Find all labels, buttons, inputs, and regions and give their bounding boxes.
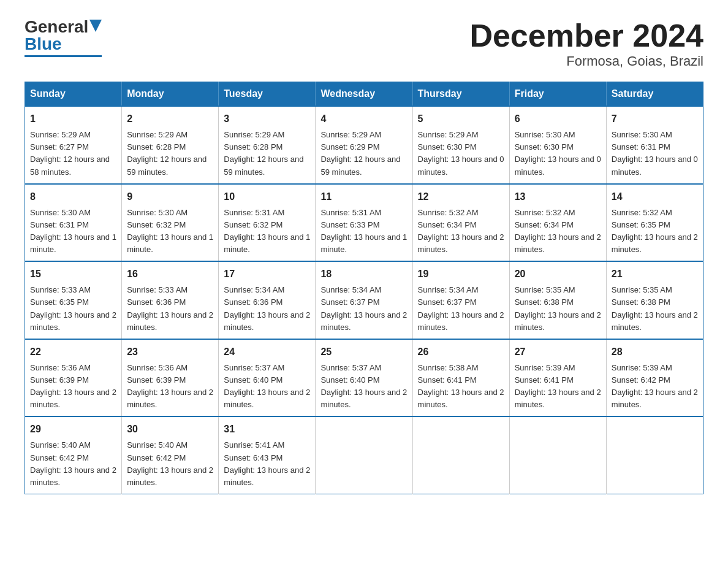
day-number: 27	[515, 345, 601, 359]
day-info: Sunrise: 5:30 AM Sunset: 6:32 PM Dayligh…	[127, 207, 213, 256]
day-number: 18	[320, 267, 407, 282]
calendar-day-cell: 20 Sunrise: 5:35 AM Sunset: 6:38 PM Dayl…	[509, 261, 606, 339]
day-number: 10	[224, 190, 310, 204]
day-number: 28	[612, 345, 698, 359]
calendar-day-cell: 21 Sunrise: 5:35 AM Sunset: 6:38 PM Dayl…	[606, 261, 703, 339]
calendar-day-cell	[509, 416, 606, 494]
calendar-day-cell: 15 Sunrise: 5:33 AM Sunset: 6:35 PM Dayl…	[25, 261, 122, 339]
calendar-day-cell: 16 Sunrise: 5:33 AM Sunset: 6:36 PM Dayl…	[122, 261, 219, 339]
calendar-day-cell: 9 Sunrise: 5:30 AM Sunset: 6:32 PM Dayli…	[122, 184, 219, 262]
calendar-day-cell: 13 Sunrise: 5:32 AM Sunset: 6:34 PM Dayl…	[509, 184, 606, 262]
day-info: Sunrise: 5:32 AM Sunset: 6:34 PM Dayligh…	[418, 207, 504, 256]
day-number: 5	[418, 112, 504, 126]
calendar-day-cell: 4 Sunrise: 5:29 AM Sunset: 6:29 PM Dayli…	[316, 106, 412, 184]
logo: General Blue	[25, 18, 102, 57]
day-number: 26	[418, 345, 504, 359]
calendar-day-cell: 1 Sunrise: 5:29 AM Sunset: 6:27 PM Dayli…	[25, 106, 122, 184]
calendar-day-cell: 29 Sunrise: 5:40 AM Sunset: 6:42 PM Dayl…	[25, 416, 122, 494]
day-number: 2	[127, 112, 213, 126]
day-info: Sunrise: 5:29 AM Sunset: 6:28 PM Dayligh…	[127, 129, 213, 178]
calendar-day-cell: 17 Sunrise: 5:34 AM Sunset: 6:36 PM Dayl…	[219, 261, 316, 339]
calendar-day-cell	[412, 416, 509, 494]
logo-blue-text: Blue	[25, 36, 62, 53]
col-friday: Friday	[509, 82, 606, 107]
day-number: 29	[30, 422, 116, 437]
day-info: Sunrise: 5:34 AM Sunset: 6:37 PM Dayligh…	[418, 284, 504, 334]
page-title: December 2024	[469, 18, 703, 53]
day-info: Sunrise: 5:34 AM Sunset: 6:36 PM Dayligh…	[224, 284, 310, 334]
calendar-day-cell: 31 Sunrise: 5:41 AM Sunset: 6:43 PM Dayl…	[219, 416, 316, 494]
day-number: 12	[418, 190, 504, 204]
calendar-day-cell: 2 Sunrise: 5:29 AM Sunset: 6:28 PM Dayli…	[122, 106, 219, 184]
day-info: Sunrise: 5:31 AM Sunset: 6:33 PM Dayligh…	[320, 207, 407, 256]
calendar-day-cell: 24 Sunrise: 5:37 AM Sunset: 6:40 PM Dayl…	[219, 339, 316, 417]
col-thursday: Thursday	[412, 82, 509, 107]
svg-marker-0	[89, 20, 102, 32]
calendar-day-cell	[316, 416, 412, 494]
calendar-day-cell: 18 Sunrise: 5:34 AM Sunset: 6:37 PM Dayl…	[316, 261, 412, 339]
calendar-day-cell: 12 Sunrise: 5:32 AM Sunset: 6:34 PM Dayl…	[412, 184, 509, 262]
day-number: 14	[612, 190, 698, 204]
day-info: Sunrise: 5:35 AM Sunset: 6:38 PM Dayligh…	[515, 284, 601, 334]
calendar-day-cell: 23 Sunrise: 5:36 AM Sunset: 6:39 PM Dayl…	[122, 339, 219, 417]
day-info: Sunrise: 5:32 AM Sunset: 6:34 PM Dayligh…	[515, 207, 601, 256]
day-info: Sunrise: 5:30 AM Sunset: 6:31 PM Dayligh…	[612, 129, 698, 178]
calendar-day-cell: 30 Sunrise: 5:40 AM Sunset: 6:42 PM Dayl…	[122, 416, 219, 494]
day-info: Sunrise: 5:39 AM Sunset: 6:42 PM Dayligh…	[612, 362, 698, 412]
day-info: Sunrise: 5:30 AM Sunset: 6:30 PM Dayligh…	[515, 129, 601, 178]
calendar-day-cell: 5 Sunrise: 5:29 AM Sunset: 6:30 PM Dayli…	[412, 106, 509, 184]
calendar-week-row: 8 Sunrise: 5:30 AM Sunset: 6:31 PM Dayli…	[25, 184, 703, 262]
day-info: Sunrise: 5:29 AM Sunset: 6:28 PM Dayligh…	[224, 129, 310, 178]
calendar-day-cell: 11 Sunrise: 5:31 AM Sunset: 6:33 PM Dayl…	[316, 184, 412, 262]
col-tuesday: Tuesday	[219, 82, 316, 107]
calendar-day-cell: 25 Sunrise: 5:37 AM Sunset: 6:40 PM Dayl…	[316, 339, 412, 417]
calendar-day-cell: 27 Sunrise: 5:39 AM Sunset: 6:41 PM Dayl…	[509, 339, 606, 417]
calendar-week-row: 22 Sunrise: 5:36 AM Sunset: 6:39 PM Dayl…	[25, 339, 703, 417]
calendar-day-cell: 8 Sunrise: 5:30 AM Sunset: 6:31 PM Dayli…	[25, 184, 122, 262]
day-number: 1	[30, 112, 116, 126]
day-info: Sunrise: 5:41 AM Sunset: 6:43 PM Dayligh…	[224, 439, 310, 489]
day-number: 30	[127, 422, 213, 437]
day-number: 4	[320, 112, 407, 126]
day-info: Sunrise: 5:38 AM Sunset: 6:41 PM Dayligh…	[418, 362, 504, 412]
day-number: 20	[515, 267, 601, 282]
calendar-week-row: 1 Sunrise: 5:29 AM Sunset: 6:27 PM Dayli…	[25, 106, 703, 184]
day-info: Sunrise: 5:36 AM Sunset: 6:39 PM Dayligh…	[127, 362, 213, 412]
day-info: Sunrise: 5:33 AM Sunset: 6:35 PM Dayligh…	[30, 284, 116, 334]
col-sunday: Sunday	[25, 82, 122, 107]
col-monday: Monday	[122, 82, 219, 107]
day-info: Sunrise: 5:40 AM Sunset: 6:42 PM Dayligh…	[127, 439, 213, 489]
day-info: Sunrise: 5:39 AM Sunset: 6:41 PM Dayligh…	[515, 362, 601, 412]
day-number: 25	[320, 345, 407, 359]
day-number: 19	[418, 267, 504, 282]
calendar-week-row: 15 Sunrise: 5:33 AM Sunset: 6:35 PM Dayl…	[25, 261, 703, 339]
day-number: 13	[515, 190, 601, 204]
day-info: Sunrise: 5:34 AM Sunset: 6:37 PM Dayligh…	[320, 284, 407, 334]
calendar-day-cell: 19 Sunrise: 5:34 AM Sunset: 6:37 PM Dayl…	[412, 261, 509, 339]
page-subtitle: Formosa, Goias, Brazil	[469, 53, 703, 69]
day-info: Sunrise: 5:32 AM Sunset: 6:35 PM Dayligh…	[612, 207, 698, 256]
day-number: 24	[224, 345, 310, 359]
logo-underline	[25, 55, 102, 57]
calendar-day-cell: 26 Sunrise: 5:38 AM Sunset: 6:41 PM Dayl…	[412, 339, 509, 417]
day-number: 7	[612, 112, 698, 126]
day-info: Sunrise: 5:35 AM Sunset: 6:38 PM Dayligh…	[612, 284, 698, 334]
calendar-day-cell: 22 Sunrise: 5:36 AM Sunset: 6:39 PM Dayl…	[25, 339, 122, 417]
day-number: 9	[127, 190, 213, 204]
day-info: Sunrise: 5:29 AM Sunset: 6:27 PM Dayligh…	[30, 129, 116, 178]
day-info: Sunrise: 5:30 AM Sunset: 6:31 PM Dayligh…	[30, 207, 116, 256]
day-info: Sunrise: 5:31 AM Sunset: 6:32 PM Dayligh…	[224, 207, 310, 256]
calendar-table: Sunday Monday Tuesday Wednesday Thursday…	[25, 82, 703, 494]
day-info: Sunrise: 5:37 AM Sunset: 6:40 PM Dayligh…	[224, 362, 310, 412]
day-info: Sunrise: 5:37 AM Sunset: 6:40 PM Dayligh…	[320, 362, 407, 412]
col-saturday: Saturday	[606, 82, 703, 107]
calendar-day-cell: 10 Sunrise: 5:31 AM Sunset: 6:32 PM Dayl…	[219, 184, 316, 262]
calendar-day-cell: 14 Sunrise: 5:32 AM Sunset: 6:35 PM Dayl…	[606, 184, 703, 262]
calendar-day-cell: 28 Sunrise: 5:39 AM Sunset: 6:42 PM Dayl…	[606, 339, 703, 417]
day-info: Sunrise: 5:29 AM Sunset: 6:30 PM Dayligh…	[418, 129, 504, 178]
calendar-header-row: Sunday Monday Tuesday Wednesday Thursday…	[25, 82, 703, 107]
day-info: Sunrise: 5:33 AM Sunset: 6:36 PM Dayligh…	[127, 284, 213, 334]
calendar-day-cell: 6 Sunrise: 5:30 AM Sunset: 6:30 PM Dayli…	[509, 106, 606, 184]
calendar-week-row: 29 Sunrise: 5:40 AM Sunset: 6:42 PM Dayl…	[25, 416, 703, 494]
page-header: General Blue December 2024 Formosa, Goia…	[25, 18, 703, 69]
